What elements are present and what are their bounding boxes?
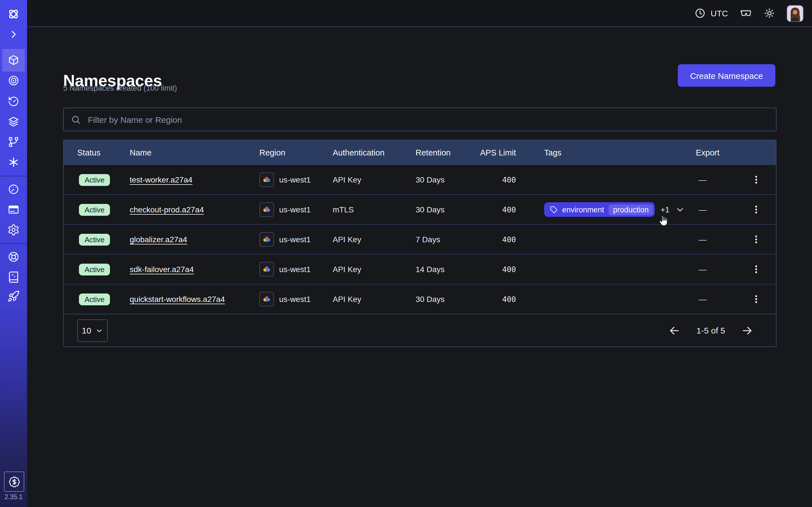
column-header-retention: Retention — [416, 148, 472, 157]
page-size-select[interactable]: 10 — [77, 319, 108, 342]
theme-toggle-button[interactable] — [763, 7, 775, 19]
table-row: Active sdk-failover.a27a4 us-west1 API K… — [64, 254, 776, 284]
chevron-right-icon — [8, 29, 18, 40]
sidebar-item-batch-operations[interactable] — [0, 112, 27, 132]
region-label: us-west1 — [279, 205, 311, 214]
app-version: 2.35.1 — [0, 494, 27, 500]
column-header-aps-limit: APS Limit — [472, 148, 516, 157]
table-row: Active globalizer.a27a4 us-west1 API Key… — [64, 224, 776, 254]
aps-limit-value: 400 — [472, 175, 516, 184]
status-badge: Active — [79, 204, 110, 216]
column-header-name: Name — [130, 148, 259, 157]
pricing-badge-icon — [8, 476, 20, 488]
table-row: Active checkout-prod.a27a4 us-west1 mTLS… — [64, 194, 776, 224]
tag-chip[interactable]: environment production — [544, 202, 655, 217]
namespace-link[interactable]: globalizer.a27a4 — [130, 235, 187, 244]
sidebar-item-nexus[interactable] — [0, 152, 27, 172]
column-header-status: Status — [77, 148, 130, 157]
row-menu-button[interactable] — [749, 232, 763, 247]
billing-card-icon — [7, 203, 20, 216]
status-badge: Active — [79, 233, 110, 245]
support-lifebuoy-icon — [7, 251, 20, 263]
sidebar-item-deployments[interactable] — [0, 132, 27, 152]
arrow-right-icon — [741, 324, 753, 337]
column-header-tags: Tags — [544, 148, 696, 157]
page-size-value: 10 — [82, 326, 91, 335]
namespaces-table: Status Name Region Authentication Retent… — [63, 140, 776, 347]
main-content: Namespaces 5 Namespaces created (100 lim… — [27, 27, 812, 507]
sidebar-expand-button[interactable] — [0, 24, 27, 45]
table-header-row: Status Name Region Authentication Retent… — [64, 140, 776, 165]
temporal-logo[interactable] — [0, 4, 27, 24]
sidebar-item-namespaces[interactable] — [0, 50, 27, 70]
arrow-left-icon — [668, 324, 680, 337]
kebab-menu-icon — [751, 294, 761, 304]
create-namespace-button[interactable]: Create Namespace — [678, 64, 775, 87]
topbar: UTC — [27, 0, 812, 27]
sidebar-item-settings[interactable] — [0, 220, 27, 240]
sidebar-item-getting-started[interactable] — [0, 286, 27, 306]
authentication-value: API Key — [333, 175, 416, 184]
column-header-region: Region — [259, 148, 333, 157]
table-body: Active test-worker.a27a4 us-west1 API Ke… — [64, 165, 776, 314]
export-value: — — [696, 265, 735, 274]
sidebar-item-schedules[interactable] — [0, 91, 27, 112]
row-menu-button[interactable] — [749, 292, 763, 306]
namespace-link[interactable]: test-worker.a27a4 — [130, 175, 193, 184]
retention-value: 30 Days — [416, 295, 472, 304]
kebab-menu-icon — [751, 264, 761, 274]
aps-limit-value: 400 — [472, 295, 516, 304]
namespaces-cube-icon — [7, 54, 20, 66]
timer-icon — [7, 95, 20, 108]
authentication-value: API Key — [333, 235, 416, 244]
sidebar-item-billing[interactable] — [0, 200, 27, 220]
sidebar-item-support[interactable] — [0, 247, 27, 267]
table-row: Active quickstart-workflows.a27a4 us-wes… — [64, 284, 776, 314]
region-label: us-west1 — [279, 265, 311, 274]
table-row: Active test-worker.a27a4 us-west1 API Ke… — [64, 165, 776, 194]
kebab-menu-icon — [751, 175, 761, 185]
filter-input[interactable] — [87, 114, 769, 125]
chevron-down-icon — [95, 327, 103, 334]
authentication-value: mTLS — [333, 205, 416, 214]
rocket-icon — [7, 290, 20, 302]
pagination-bar: 10 1-5 of 5 — [64, 314, 776, 346]
docs-book-icon — [7, 271, 20, 283]
kebab-menu-icon — [751, 205, 761, 215]
user-avatar[interactable] — [786, 5, 804, 22]
pricing-button[interactable] — [4, 471, 24, 492]
namespace-link[interactable]: checkout-prod.a27a4 — [130, 205, 204, 214]
tags-expand-button[interactable] — [675, 205, 686, 215]
authentication-value: API Key — [333, 265, 416, 274]
previous-page-button[interactable] — [666, 322, 683, 339]
region-label: us-west1 — [279, 295, 311, 304]
sidebar-item-docs[interactable] — [0, 267, 27, 287]
next-page-button[interactable] — [739, 322, 756, 339]
filter-bar — [63, 108, 776, 131]
labs-toggle-button[interactable] — [739, 7, 752, 20]
tags-more-count: +1 — [661, 205, 670, 214]
status-badge: Active — [79, 293, 110, 305]
eye-icon — [7, 74, 20, 87]
kebab-menu-icon — [751, 234, 761, 244]
gcp-cloud-icon — [259, 232, 274, 247]
namespace-link[interactable]: quickstart-workflows.a27a4 — [130, 295, 225, 304]
sidebar-item-usage[interactable] — [0, 179, 27, 200]
retention-value: 30 Days — [416, 205, 472, 214]
timezone-selector[interactable]: UTC — [694, 7, 728, 19]
sidebar-item-workflows[interactable] — [0, 70, 27, 91]
app-window: 2.35.1 UTC — [0, 0, 812, 507]
export-value: — — [696, 235, 735, 244]
sidebar: 2.35.1 — [0, 0, 27, 507]
asterisk-icon — [7, 156, 20, 168]
aps-limit-value: 400 — [472, 235, 516, 244]
timezone-label: UTC — [711, 8, 728, 18]
row-menu-button[interactable] — [749, 262, 763, 277]
pagination-controls: 1-5 of 5 — [666, 322, 756, 339]
row-menu-button[interactable] — [749, 172, 763, 187]
row-menu-button[interactable] — [749, 202, 763, 217]
branch-icon — [7, 136, 20, 148]
aps-limit-value: 400 — [472, 265, 516, 274]
retention-value: 14 Days — [416, 265, 472, 274]
namespace-link[interactable]: sdk-failover.a27a4 — [130, 265, 194, 274]
